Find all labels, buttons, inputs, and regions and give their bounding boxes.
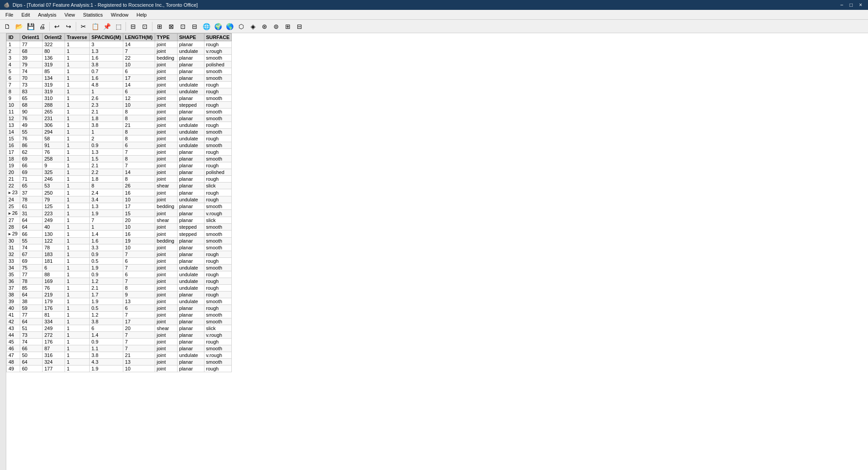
table-row[interactable]: 96531012.612jointplanarsmooth <box>7 95 232 102</box>
table-row[interactable]: 5748510.76jointplanarsmooth <box>7 68 232 75</box>
cell-lengthm: 17 <box>123 318 155 325</box>
col-header-orient1[interactable]: Orient1 <box>20 34 43 41</box>
filter-button[interactable]: ⊟ <box>128 21 139 32</box>
table-row[interactable]: 336918110.56jointplanarrough <box>7 258 232 265</box>
toolbar-right-9[interactable]: ◈ <box>247 21 258 32</box>
cell-surface: smooth <box>204 298 232 305</box>
minimize-button[interactable]: − <box>838 2 846 8</box>
table-row[interactable]: 127623111.88jointplanarsmooth <box>7 115 232 122</box>
table-row[interactable]: 305512211.619beddingplanarsmooth <box>7 238 232 244</box>
redo-button[interactable]: ↪ <box>63 21 74 32</box>
new-button[interactable]: 🗋 <box>2 21 13 32</box>
table-row[interactable]: 77331914.814jointundulaterough <box>7 82 232 88</box>
toolbar-right-8[interactable]: ⬡ <box>236 21 247 32</box>
table-row[interactable]: 67013411.617jointplanarsmooth <box>7 75 232 82</box>
menu-edit[interactable]: Edit <box>18 11 34 18</box>
toolbar-right-3[interactable]: ⊡ <box>178 21 188 32</box>
print-button[interactable]: 🖨 <box>37 21 48 32</box>
table-row[interactable]: 41778111.27jointplanarsmooth <box>7 312 232 318</box>
col-header-surface[interactable]: SURFACE <box>204 34 232 41</box>
table-row[interactable]: 426433413.817jointplanarsmooth <box>7 318 232 325</box>
table-row[interactable]: 486432414.313jointplanarsmooth <box>7 359 232 366</box>
toolbar-right-1[interactable]: ⊞ <box>154 21 165 32</box>
toolbar-right-7[interactable]: 🌎 <box>224 21 235 32</box>
table-row[interactable]: 17627611.37jointplanarrough <box>7 149 232 156</box>
close-button[interactable]: × <box>857 2 864 8</box>
toolbar-right-5[interactable]: 🌐 <box>201 21 212 32</box>
menu-help[interactable]: Help <box>133 11 150 18</box>
menu-file[interactable]: File <box>2 11 17 18</box>
table-row[interactable]: 47931913.810jointplanarpolished <box>7 61 232 68</box>
toolbar-right-10[interactable]: ⊛ <box>259 21 270 32</box>
table-row[interactable]: 24787913.410jointundulaterough <box>7 196 232 203</box>
table-row[interactable]: 233725012.416jointplanarrough <box>7 189 232 196</box>
table-row[interactable]: 496017711.910jointplanarrough <box>7 366 232 372</box>
toolbar-right-4[interactable]: ⊟ <box>189 21 200 32</box>
table-row[interactable]: 256112511.317beddingplanarsmooth <box>7 203 232 210</box>
table-row[interactable]: 2265531826shearplanarslick <box>7 183 232 189</box>
table-row[interactable]: 447327211.47jointplanarv.rough <box>7 332 232 339</box>
table-row[interactable]: 2688011.37jointundulatev.rough <box>7 48 232 55</box>
col-header-orient2[interactable]: Orient2 <box>43 34 65 41</box>
menu-analysis[interactable]: Analysis <box>35 11 60 18</box>
col-header-shape[interactable]: SHAPE <box>177 34 204 41</box>
table-row[interactable]: 37857612.18jointundulaterough <box>7 285 232 292</box>
table-row[interactable]: 3475611.97jointundulatesmooth <box>7 265 232 271</box>
table-row[interactable]: 263122311.915jointplanarv.rough <box>7 210 232 217</box>
table-row[interactable]: 326718310.97jointplanarrough <box>7 251 232 258</box>
col-header-type[interactable]: TYPE <box>155 34 177 41</box>
filter2-button[interactable]: ⊡ <box>139 21 150 32</box>
table-row[interactable]: 393817911.913jointundulatesmooth <box>7 298 232 305</box>
table-row[interactable]: 33913611.622beddingplanarsmooth <box>7 55 232 61</box>
menu-view[interactable]: View <box>61 11 79 18</box>
table-row[interactable]: 186925811.58jointplanarsmooth <box>7 156 232 162</box>
table-row[interactable]: 157658128jointundulaterough <box>7 135 232 142</box>
table-row[interactable]: 883319116jointundulaterough <box>7 88 232 95</box>
table-row[interactable]: 46668711.17jointplanarsmooth <box>7 345 232 352</box>
table-row[interactable]: 119026512.18jointplanarsmooth <box>7 109 232 115</box>
toolbar-right-6[interactable]: 🌍 <box>213 21 223 32</box>
cell-surface: smooth <box>204 312 232 318</box>
table-row[interactable]: 35778810.96jointundulaterough <box>7 271 232 278</box>
table-row[interactable]: 1773221314jointplanarrough <box>7 41 232 48</box>
table-row[interactable]: 457417610.97jointplanarrough <box>7 339 232 345</box>
data-table-area[interactable]: ID Orient1 Orient2 Traverse SPACING(M) L… <box>6 33 868 470</box>
table-row[interactable]: 206932512.214jointplanarpolished <box>7 169 232 176</box>
table-row[interactable]: 217124611.88jointplanarrough <box>7 176 232 183</box>
toolbar-right-2[interactable]: ⊠ <box>166 21 177 32</box>
copy-button[interactable]: 📋 <box>90 21 100 32</box>
table-row[interactable]: 1966912.17jointplanarrough <box>7 162 232 169</box>
menu-window[interactable]: Window <box>107 11 132 18</box>
table-row[interactable]: 106828812.310jointsteppedrough <box>7 102 232 109</box>
table-row[interactable]: 475031613.821jointundulatev.rough <box>7 352 232 359</box>
cell-id: 23 <box>7 189 20 196</box>
table-row[interactable]: 43512491620shearplanarslick <box>7 325 232 332</box>
open-button[interactable]: 📂 <box>13 21 24 32</box>
toolbar-right-13[interactable]: ⊟ <box>294 21 305 32</box>
table-row[interactable]: 16869110.96jointundulatesmooth <box>7 142 232 149</box>
col-header-spacing[interactable]: SPACING(M) <box>90 34 123 41</box>
save-button[interactable]: 💾 <box>25 21 36 32</box>
select-button[interactable]: ⬚ <box>113 21 124 32</box>
table-row[interactable]: 27642491720shearplanarslick <box>7 217 232 224</box>
table-row[interactable]: 405917610.56jointplanarrough <box>7 305 232 312</box>
col-header-length[interactable]: LENGTH(M) <box>123 34 155 41</box>
paste-button[interactable]: 📌 <box>101 21 112 32</box>
col-header-id[interactable]: ID <box>7 34 20 41</box>
maximize-button[interactable]: □ <box>847 2 855 8</box>
undo-button[interactable]: ↩ <box>52 21 62 32</box>
table-row[interactable]: 386421911.79jointplanarrough <box>7 292 232 298</box>
table-row[interactable]: 296613011.416jointsteppedsmooth <box>7 231 232 238</box>
table-row[interactable]: 2864401110jointsteppedsmooth <box>7 224 232 231</box>
col-header-traverse[interactable]: Traverse <box>65 34 90 41</box>
cell-spacingm: 1.9 <box>90 298 123 305</box>
cut-button[interactable]: ✂ <box>78 21 89 32</box>
table-row[interactable]: 1455294118jointundulatesmooth <box>7 129 232 135</box>
table-row[interactable]: 31747813.310jointplanarsmooth <box>7 244 232 251</box>
toolbar-right-12[interactable]: ⊞ <box>282 21 293 32</box>
cell-surface: polished <box>204 169 232 176</box>
table-row[interactable]: 367816911.27jointundulaterough <box>7 278 232 285</box>
toolbar-right-11[interactable]: ⊚ <box>271 21 282 32</box>
table-row[interactable]: 134930613.821jointundulaterough <box>7 122 232 129</box>
menu-statistics[interactable]: Statistics <box>79 11 106 18</box>
